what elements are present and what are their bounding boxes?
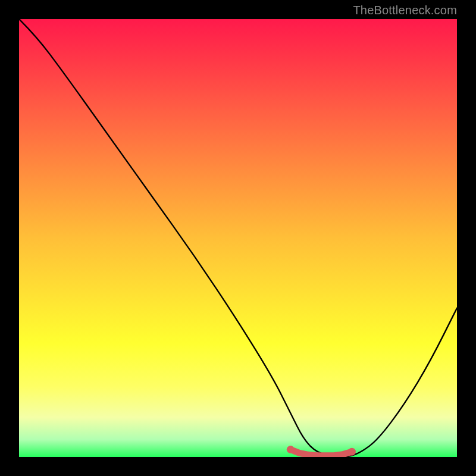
optimal-range-endpoint [287,446,295,453]
bottleneck-curve [19,19,457,457]
curve-svg [19,19,457,457]
plot-area [19,19,457,457]
watermark-text: TheBottleneck.com [353,4,457,17]
optimal-range-markers [287,446,356,456]
chart-frame: TheBottleneck.com [0,0,476,476]
optimal-range-endpoint [348,448,356,456]
optimal-range-line [290,450,352,456]
